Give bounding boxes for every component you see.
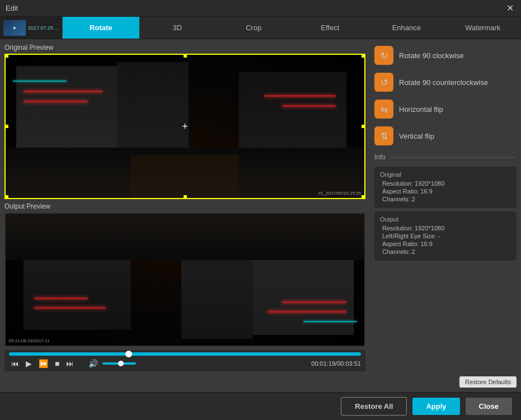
crop-handle-mr[interactable]: [362, 125, 364, 128]
original-channels: Channels: 2: [380, 196, 511, 202]
tab-rotate[interactable]: Rotate: [63, 17, 139, 39]
original-resolution: Resolution: 1920*1080: [380, 180, 511, 187]
tab-watermark[interactable]: Watermark: [445, 17, 521, 39]
time-display: 00:01:19/00:03:51: [311, 360, 361, 367]
crop-handle-bm[interactable]: [184, 195, 187, 198]
original-preview-label: Original Preview: [4, 44, 365, 51]
crop-handle-bl[interactable]: [6, 195, 8, 198]
rotate-ccw-label: Rotate 90 counterclockwise: [399, 78, 488, 87]
play-button[interactable]: ▶: [24, 358, 34, 369]
crop-handle-tl[interactable]: [6, 55, 8, 58]
apply-button[interactable]: Apply: [412, 398, 459, 415]
restore-all-button[interactable]: Restore All: [341, 397, 407, 416]
fast-forward-button[interactable]: ⏩: [36, 358, 50, 369]
rotate-cw-label: Rotate 90 clockwise: [399, 51, 464, 60]
info-divider: Info: [374, 153, 517, 161]
output-preview-label: Output Preview: [4, 202, 365, 210]
crop-handle-br[interactable]: [362, 195, 364, 198]
skip-forward-button[interactable]: ⏭: [64, 358, 76, 369]
crop-handle-tm[interactable]: [184, 55, 187, 58]
output-timestamp: 05:21:08:23/2017:11: [9, 338, 50, 343]
tab-bar: ▶ 2017.07.25 ... Rotate 3D Crop Effect E…: [0, 17, 521, 39]
progress-bar[interactable]: [9, 352, 361, 356]
bottom-bar: Restore All Apply Close: [0, 392, 521, 420]
original-aspect: Aspect Ratio: 16:9: [380, 188, 511, 195]
restore-defaults-button[interactable]: Restore Defaults: [459, 376, 517, 388]
tab-thumb-label: 2017.07.25 ...: [28, 25, 59, 31]
rotate-cw-icon: ↻: [374, 46, 393, 65]
volume-slider[interactable]: [102, 362, 136, 365]
output-channels: Channels: 2: [380, 248, 511, 255]
crosshair-indicator: +: [182, 121, 188, 131]
video-thumbnail: ▶: [3, 20, 26, 36]
close-button[interactable]: Close: [466, 398, 512, 415]
original-timestamp: #1_2017/05/23-15:25: [318, 191, 361, 196]
info-section-label: Info: [374, 153, 386, 161]
video-panel: Original Preview + #1_: [0, 39, 370, 392]
flip-h-label: Horizontal flip: [399, 105, 443, 114]
volume-icon[interactable]: 🔊: [86, 358, 100, 369]
flip-h-icon: ⇆: [374, 100, 393, 119]
tab-enhance[interactable]: Enhance: [368, 17, 445, 39]
original-info-label: Original: [380, 171, 511, 178]
right-panel: ↻ Rotate 90 clockwise ↺ Rotate 90 counte…: [370, 39, 521, 392]
window-title: Edit: [6, 4, 18, 12]
original-video-scene: + #1_2017/05/23-15:25: [6, 55, 364, 198]
volume-thumb[interactable]: [118, 361, 124, 366]
output-aspect: Aspect Ratio: 16:9: [380, 240, 511, 247]
crop-handle-tr[interactable]: [362, 55, 364, 58]
output-video-scene: 05:21:08:23/2017:11: [6, 214, 364, 346]
output-resolution: Resolution: 1920*1080: [380, 225, 511, 232]
info-section: Original Resolution: 1920*1080 Aspect Ra…: [374, 167, 517, 208]
flip-v-button[interactable]: ⇅ Vertical flip: [374, 124, 517, 148]
output-preview-frame: 05:21:08:23/2017:11: [4, 213, 365, 347]
original-preview-frame: + #1_2017/05/23-15:25: [4, 54, 365, 199]
main-content: Original Preview + #1_: [0, 39, 521, 392]
tab-effect[interactable]: Effect: [292, 17, 369, 39]
rotate-cw-button[interactable]: ↻ Rotate 90 clockwise: [374, 44, 517, 67]
tab-3d[interactable]: 3D: [139, 17, 216, 39]
window-close-button[interactable]: ✕: [504, 3, 515, 14]
progress-thumb[interactable]: [125, 351, 132, 357]
title-bar: Edit ✕: [0, 0, 521, 17]
flip-v-icon: ⇅: [374, 126, 393, 145]
playback-bar: ⏮ ▶ ⏩ ■ ⏭ 🔊 00:01:19/00:03:51: [4, 350, 365, 371]
flip-h-button[interactable]: ⇆ Horizontal flip: [374, 97, 517, 121]
skip-back-button[interactable]: ⏮: [9, 358, 21, 369]
rotate-ccw-button[interactable]: ↺ Rotate 90 counterclockwise: [374, 70, 517, 94]
playback-controls: ⏮ ▶ ⏩ ■ ⏭ 🔊 00:01:19/00:03:51: [9, 358, 361, 369]
rotate-ccw-icon: ↺: [374, 73, 393, 92]
output-info-section: Output Resolution: 1920*1080 Left/Right …: [374, 211, 517, 261]
crop-handle-ml[interactable]: [6, 125, 8, 128]
output-eye-size: Left/Right Eye Size: -: [380, 233, 511, 239]
flip-v-label: Vertical flip: [399, 132, 434, 140]
output-info-label: Output: [380, 216, 511, 223]
stop-button[interactable]: ■: [53, 358, 62, 369]
tab-crop[interactable]: Crop: [215, 17, 292, 39]
video-thumbnail-tab[interactable]: ▶ 2017.07.25 ...: [0, 17, 63, 39]
